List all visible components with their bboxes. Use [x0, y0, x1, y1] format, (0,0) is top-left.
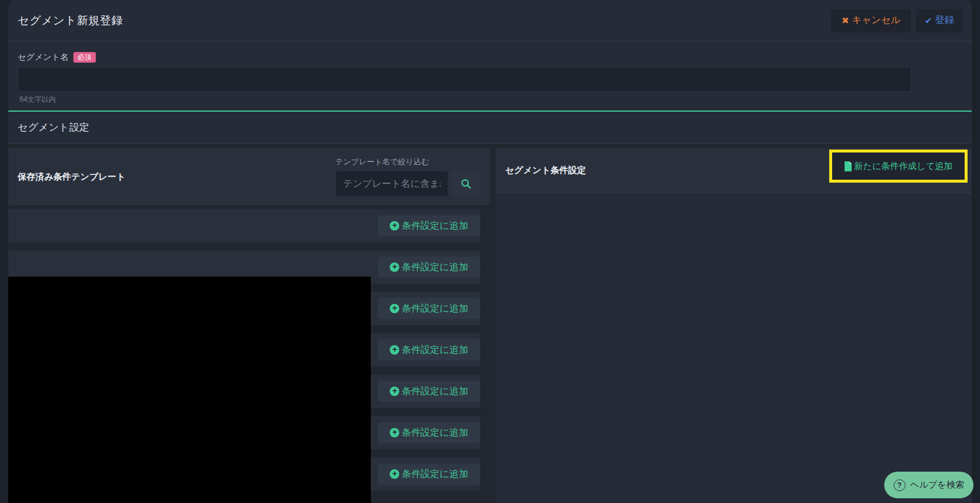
add-to-conditions-button[interactable]: + 条件設定に追加: [378, 422, 480, 443]
add-to-conditions-button[interactable]: + 条件設定に追加: [378, 298, 480, 319]
conditions-panel-title: セグメント条件設定: [505, 165, 586, 176]
main-card: セグメント新規登録 ✖ キャンセル ✔ 登録 セグメント名 必須 64文字以内 …: [8, 0, 972, 503]
register-button[interactable]: ✔ 登録: [916, 9, 962, 33]
char-limit-helper: 64文字以内: [18, 95, 962, 105]
add-to-conditions-label: 条件設定に追加: [402, 344, 468, 356]
highlight-box: 新たに条件作成して追加: [829, 150, 968, 183]
add-to-conditions-button[interactable]: + 条件設定に追加: [378, 463, 480, 485]
close-icon: ✖: [842, 15, 849, 26]
add-to-conditions-label: 条件設定に追加: [402, 220, 468, 232]
templates-panel-header: 保存済み条件テンプレート テンプレート名で絞り込む: [8, 148, 490, 205]
add-to-conditions-label: 条件設定に追加: [402, 427, 468, 439]
register-button-label: 登録: [935, 14, 954, 27]
plus-circle-icon: +: [390, 221, 399, 231]
plus-circle-icon: +: [390, 428, 399, 437]
settings-content: 保存済み条件テンプレート テンプレート名で絞り込む: [8, 144, 972, 503]
create-condition-label: 新たに条件作成して追加: [854, 161, 952, 172]
plus-circle-icon: +: [390, 345, 399, 355]
question-icon: ?: [894, 479, 905, 491]
search-icon: [461, 179, 471, 189]
add-to-conditions-button[interactable]: + 条件設定に追加: [378, 215, 480, 236]
help-search-label: ヘルプを検索: [910, 479, 964, 491]
templates-panel: 保存済み条件テンプレート テンプレート名で絞り込む: [8, 148, 490, 503]
conditions-empty-area: [496, 193, 972, 503]
page-title: セグメント新規登録: [18, 13, 123, 28]
document-icon: [844, 161, 852, 171]
required-badge: 必須: [73, 52, 96, 63]
help-search-button[interactable]: ? ヘルプを検索: [884, 472, 973, 498]
add-to-conditions-button[interactable]: + 条件設定に追加: [378, 381, 480, 402]
settings-section-title: セグメント設定: [18, 121, 89, 134]
segment-name-label: セグメント名: [18, 52, 69, 63]
add-to-conditions-label: 条件設定に追加: [402, 261, 468, 274]
templates-panel-title: 保存済み条件テンプレート: [18, 171, 125, 183]
plus-circle-icon: +: [390, 262, 399, 272]
conditions-panel: セグメント条件設定 新たに条件作成して追加: [496, 148, 972, 503]
add-to-conditions-button[interactable]: + 条件設定に追加: [378, 257, 480, 278]
cancel-button-label: キャンセル: [852, 14, 901, 27]
add-to-conditions-label: 条件設定に追加: [402, 468, 468, 481]
check-icon: ✔: [924, 15, 932, 26]
plus-circle-icon: +: [390, 304, 399, 313]
plus-circle-icon: +: [390, 387, 399, 396]
segment-name-input[interactable]: [18, 67, 911, 92]
template-list: + 条件設定に追加 + 条件設定に追加 + 条件設定に追加 + 条件設定に追加: [8, 205, 490, 503]
plus-circle-icon: +: [390, 469, 399, 479]
template-row: + 条件設定に追加: [8, 205, 490, 246]
search-button[interactable]: [451, 171, 480, 197]
filter-label: テンプレート名で絞り込む: [335, 157, 429, 167]
create-condition-button[interactable]: 新たに条件作成して追加: [832, 152, 965, 180]
add-to-conditions-label: 条件設定に追加: [402, 303, 468, 315]
add-to-conditions-label: 条件設定に追加: [402, 385, 468, 398]
settings-section-header: セグメント設定: [8, 112, 972, 144]
template-filter-input[interactable]: [335, 171, 448, 197]
cancel-button[interactable]: ✖ キャンセル: [831, 9, 911, 33]
redacted-template-content: [8, 277, 371, 503]
add-to-conditions-button[interactable]: + 条件設定に追加: [378, 339, 480, 361]
template-row-band: + 条件設定に追加: [8, 209, 480, 242]
page-header: セグメント新規登録 ✖ キャンセル ✔ 登録: [8, 0, 972, 41]
segment-name-section: セグメント名 必須 64文字以内: [8, 41, 972, 111]
